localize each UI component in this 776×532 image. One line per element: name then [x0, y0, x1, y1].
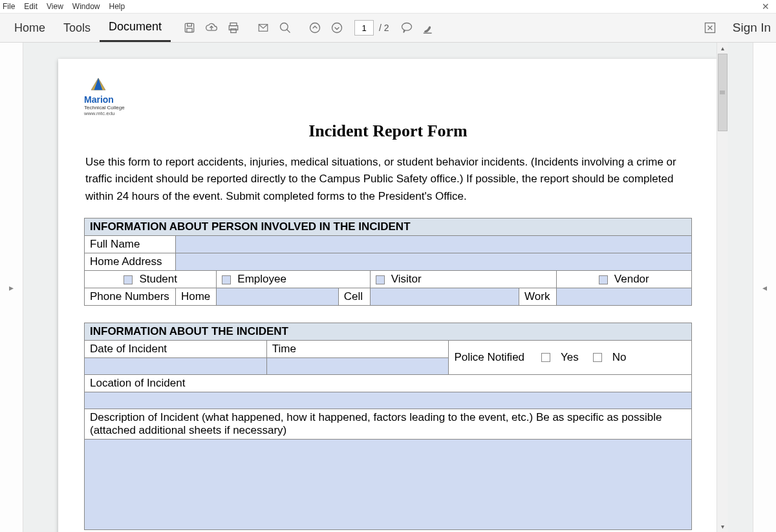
workspace: ▸ Marion Technical College www.mtc.edu I…: [0, 43, 776, 532]
vertical-scrollbar[interactable]: ▴ ▾: [717, 43, 727, 532]
search-icon[interactable]: [274, 17, 296, 39]
logo-name: Marion: [84, 94, 692, 105]
label-full-name: Full Name: [85, 236, 176, 253]
form-title: Incident Report Form: [84, 122, 692, 141]
label-phone-home: Home: [175, 288, 216, 306]
input-full-name[interactable]: [175, 236, 691, 253]
input-phone-cell[interactable]: [370, 288, 519, 306]
label-phone-numbers: Phone Numbers: [85, 288, 176, 306]
tab-home[interactable]: Home: [5, 14, 54, 42]
scroll-up-icon[interactable]: ▴: [717, 43, 727, 54]
menu-help[interactable]: Help: [109, 2, 125, 11]
left-panel-toggle[interactable]: ▸: [0, 43, 23, 532]
label-date: Date of Incident: [85, 341, 267, 358]
document-area[interactable]: Marion Technical College www.mtc.edu Inc…: [23, 43, 753, 532]
page-number-input[interactable]: [354, 20, 374, 36]
section2-header: INFORMATION ABOUT THE INCIDENT: [85, 323, 692, 341]
checkbox-employee[interactable]: Employee: [217, 271, 370, 288]
adobe-cloud-icon[interactable]: [699, 17, 721, 39]
input-location[interactable]: [85, 392, 692, 409]
label-location: Location of Incident: [85, 375, 692, 392]
tab-document[interactable]: Document: [100, 14, 171, 42]
page-total: / 2: [379, 23, 389, 33]
input-home-address[interactable]: [175, 253, 691, 271]
police-notified-cell: Police Notified Yes No: [449, 341, 692, 375]
cloud-upload-icon[interactable]: [200, 17, 222, 39]
label-police: Police Notified: [454, 351, 524, 364]
label-home-address: Home Address: [85, 253, 176, 271]
toolbar: Home Tools Document / 2 Sign In: [0, 13, 776, 43]
checkbox-vendor[interactable]: Vendor: [556, 271, 691, 288]
comment-icon[interactable]: [396, 17, 418, 39]
tab-tools[interactable]: Tools: [54, 14, 100, 42]
sign-icon[interactable]: [418, 17, 440, 39]
page-down-icon[interactable]: [326, 17, 348, 39]
input-phone-home[interactable]: [217, 288, 338, 306]
scroll-down-icon[interactable]: ▾: [717, 521, 727, 532]
input-description[interactable]: [85, 440, 692, 530]
page-up-icon[interactable]: [304, 17, 326, 39]
label-time: Time: [266, 341, 449, 358]
section-person-involved: INFORMATION ABOUT PERSON INVOLVED IN THE…: [84, 218, 692, 306]
form-intro: Use this form to report accidents, injur…: [84, 154, 692, 205]
right-panel-toggle[interactable]: ◂: [753, 43, 776, 532]
section1-header: INFORMATION ABOUT PERSON INVOLVED IN THE…: [85, 218, 692, 236]
scrollbar-thumb[interactable]: [718, 54, 727, 131]
section-incident: INFORMATION ABOUT THE INCIDENT Date of I…: [84, 323, 692, 530]
input-time[interactable]: [266, 358, 449, 375]
label-description: Description of Incident (what happened, …: [85, 409, 692, 440]
menu-file[interactable]: File: [3, 2, 15, 11]
label-phone-work: Work: [519, 288, 556, 306]
pdf-page: Marion Technical College www.mtc.edu Inc…: [58, 59, 718, 532]
logo-icon: [89, 77, 107, 91]
svg-rect-2: [187, 28, 192, 32]
logo-url: www.mtc.edu: [84, 111, 692, 116]
input-phone-work[interactable]: [556, 288, 691, 306]
menu-edit[interactable]: Edit: [24, 2, 38, 11]
checkbox-police-yes[interactable]: [541, 353, 550, 362]
svg-point-7: [281, 23, 288, 31]
svg-point-10: [402, 23, 411, 31]
svg-point-9: [332, 23, 342, 33]
logo: Marion Technical College www.mtc.edu: [84, 77, 692, 116]
svg-point-8: [310, 23, 320, 33]
checkbox-visitor[interactable]: Visitor: [370, 271, 556, 288]
svg-rect-1: [188, 23, 192, 26]
input-date[interactable]: [85, 358, 267, 375]
logo-sub: Technical College: [84, 105, 692, 111]
page-indicator: / 2: [354, 20, 389, 36]
mail-icon[interactable]: [252, 17, 274, 39]
label-phone-cell: Cell: [338, 288, 370, 306]
save-icon[interactable]: [178, 17, 200, 39]
window-close-icon[interactable]: ✕: [762, 1, 773, 12]
print-icon[interactable]: [222, 17, 244, 39]
svg-rect-5: [231, 29, 236, 33]
checkbox-police-no[interactable]: [593, 353, 602, 362]
menubar: File Edit View Window Help ✕: [0, 0, 776, 13]
menu-view[interactable]: View: [47, 2, 63, 11]
menu-window[interactable]: Window: [72, 2, 100, 11]
checkbox-student[interactable]: Student: [85, 271, 217, 288]
sign-in-button[interactable]: Sign In: [733, 21, 771, 35]
